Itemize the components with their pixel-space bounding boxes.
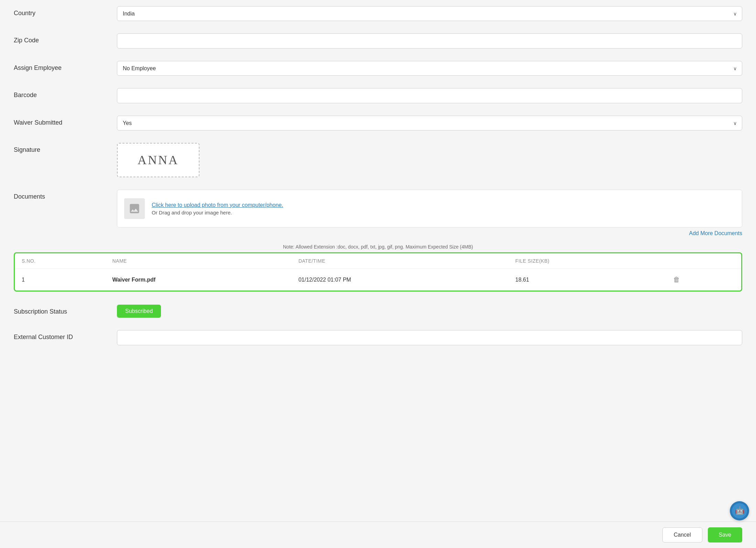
upload-link[interactable]: Click here to upload photo from your com… bbox=[152, 202, 283, 208]
signature-field: ANNA bbox=[117, 143, 742, 177]
external-customer-id-label: External Customer ID bbox=[14, 330, 117, 341]
waiver-submitted-label: Waiver Submitted bbox=[14, 116, 117, 126]
table-row: 1 Waiver Form.pdf 01/12/2022 01:07 PM 18… bbox=[15, 269, 741, 291]
assign-employee-row: Assign Employee No Employee bbox=[14, 55, 742, 82]
image-placeholder-icon bbox=[124, 198, 145, 219]
documents-table-wrapper: S.NO. NAME DATE/TIME FILE SIZE(KB) 1 Wai… bbox=[14, 252, 742, 292]
waiver-submitted-row: Waiver Submitted Yes No bbox=[14, 109, 742, 137]
add-more-documents-button[interactable]: Add More Documents bbox=[689, 230, 742, 236]
cancel-button[interactable]: Cancel bbox=[662, 527, 702, 542]
upload-box: Click here to upload photo from your com… bbox=[117, 190, 742, 228]
subscription-status-label: Subscription Status bbox=[14, 305, 117, 315]
barcode-label: Barcode bbox=[14, 88, 117, 99]
chatbot-icon: 🤖 bbox=[732, 503, 747, 518]
cell-sno: 1 bbox=[15, 269, 105, 291]
delete-document-button[interactable]: 🗑 bbox=[672, 274, 681, 285]
country-label: Country bbox=[14, 6, 117, 17]
save-button[interactable]: Save bbox=[708, 527, 742, 542]
country-select[interactable]: India United States United Kingdom bbox=[117, 6, 742, 21]
cell-delete: 🗑 bbox=[665, 269, 741, 291]
waiver-submitted-field: Yes No bbox=[117, 116, 742, 130]
external-customer-id-field bbox=[117, 330, 742, 345]
barcode-input[interactable] bbox=[117, 88, 742, 103]
chatbot-button[interactable]: 🤖 bbox=[730, 501, 749, 520]
documents-field: Click here to upload photo from your com… bbox=[117, 190, 742, 238]
zipcode-input[interactable] bbox=[117, 33, 742, 49]
documents-table: S.NO. NAME DATE/TIME FILE SIZE(KB) 1 Wai… bbox=[15, 253, 741, 291]
subscribed-button[interactable]: Subscribed bbox=[117, 305, 161, 318]
barcode-row: Barcode bbox=[14, 82, 742, 109]
assign-employee-label: Assign Employee bbox=[14, 61, 117, 72]
footer-bar: Cancel Save bbox=[0, 521, 756, 548]
documents-row: Documents Click here to upload photo fro… bbox=[14, 183, 742, 244]
signature-canvas[interactable]: ANNA bbox=[117, 143, 199, 177]
upload-text-area: Click here to upload photo from your com… bbox=[152, 202, 283, 215]
subscription-status-field: Subscribed bbox=[117, 305, 742, 318]
add-more-documents-container: Add More Documents bbox=[117, 230, 742, 236]
assign-employee-select[interactable]: No Employee bbox=[117, 61, 742, 76]
country-field: India United States United Kingdom bbox=[117, 6, 742, 21]
country-row: Country India United States United Kingd… bbox=[14, 0, 742, 27]
table-header-row: S.NO. NAME DATE/TIME FILE SIZE(KB) bbox=[15, 253, 741, 269]
col-datetime: DATE/TIME bbox=[292, 253, 509, 269]
col-actions bbox=[665, 253, 741, 269]
signature-label: Signature bbox=[14, 143, 117, 154]
zipcode-label: Zip Code bbox=[14, 33, 117, 44]
upload-note: Note: Allowed Extension :doc, docx, pdf,… bbox=[14, 244, 742, 250]
external-customer-id-input[interactable] bbox=[117, 330, 742, 345]
signature-row: Signature ANNA bbox=[14, 137, 742, 183]
zipcode-field bbox=[117, 33, 742, 49]
cell-filesize: 18.61 bbox=[508, 269, 665, 291]
barcode-field bbox=[117, 88, 742, 103]
waiver-submitted-select[interactable]: Yes No bbox=[117, 116, 742, 130]
col-filesize: FILE SIZE(KB) bbox=[508, 253, 665, 269]
subscription-status-row: Subscription Status Subscribed bbox=[14, 298, 742, 324]
upload-drag-text: Or Drag and drop your image here. bbox=[152, 210, 283, 215]
cell-datetime: 01/12/2022 01:07 PM bbox=[292, 269, 509, 291]
signature-text: ANNA bbox=[138, 153, 179, 167]
zipcode-row: Zip Code bbox=[14, 27, 742, 55]
cell-name: Waiver Form.pdf bbox=[105, 269, 291, 291]
documents-label: Documents bbox=[14, 190, 117, 200]
assign-employee-field: No Employee bbox=[117, 61, 742, 76]
col-sno: S.NO. bbox=[15, 253, 105, 269]
col-name: NAME bbox=[105, 253, 291, 269]
external-customer-id-row: External Customer ID bbox=[14, 324, 742, 351]
